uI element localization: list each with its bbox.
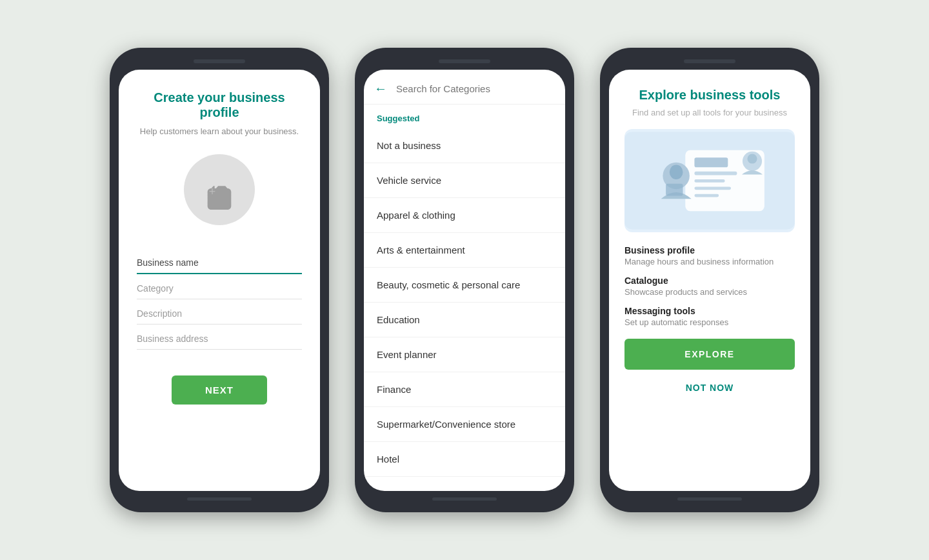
phone1-content: Create your business profile Help custom… [119,70,320,420]
svg-rect-11 [666,184,683,196]
tool-1-desc: Showcase products and services [624,287,795,297]
category-item-6[interactable]: Event planner [364,337,565,372]
tool-item-0: Business profile Manage hours and busine… [624,245,795,266]
category-item-8[interactable]: Supermarket/Convenience store [364,407,565,442]
tool-2-desc: Set up automatic responses [624,317,795,327]
tool-0-title: Business profile [624,245,795,255]
not-now-button[interactable]: NOT NOW [624,377,795,398]
tool-2-title: Messaging tools [624,306,795,316]
address-field[interactable]: Business address [137,325,302,350]
tool-item-2: Messaging tools Set up automatic respons… [624,306,795,327]
svg-point-8 [670,165,683,179]
search-input[interactable] [396,83,555,94]
description-field[interactable]: Description [137,299,302,325]
phone1-subtitle: Help customers learn about your business… [140,126,299,136]
explore-button[interactable]: EXPLORE [624,339,795,370]
svg-rect-3 [694,179,724,183]
next-button[interactable]: NEXT [172,375,267,405]
svg-rect-4 [694,186,731,190]
category-item-9[interactable]: Hotel [364,442,565,477]
phone3-screen: Explore business tools Find and set up a… [609,70,810,491]
camera-icon: + [205,181,234,199]
category-item-2[interactable]: Apparel & clothing [364,198,565,233]
phone3-content: Explore business tools Find and set up a… [609,70,810,411]
description-label: Description [137,308,302,319]
form-fields: Business name Category Description Busin… [137,248,302,350]
phone1-screen: Create your business profile Help custom… [119,70,320,491]
explore-title: Explore business tools [624,88,795,103]
svg-rect-2 [694,172,737,175]
phone2-content: ← Suggested Not a business Vehicle servi… [364,70,565,477]
tool-item-1: Catalogue Showcase products and services [624,275,795,297]
avatar-upload[interactable]: + [184,154,255,225]
tool-1-title: Catalogue [624,275,795,286]
search-header: ← [364,70,565,105]
svg-point-10 [747,154,757,164]
tool-0-desc: Manage hours and business information [624,257,795,266]
back-arrow-icon[interactable]: ← [374,81,387,96]
category-list: Not a business Vehicle service Apparel &… [364,128,565,477]
category-item-1[interactable]: Vehicle service [364,163,565,198]
phone2-screen: ← Suggested Not a business Vehicle servi… [364,70,565,491]
business-illustration [624,129,795,232]
category-item-7[interactable]: Finance [364,372,565,407]
phone-explore: Explore business tools Find and set up a… [600,48,819,512]
phone-create-profile: Create your business profile Help custom… [110,48,329,512]
category-item-4[interactable]: Beauty, cosmetic & personal care [364,268,565,303]
illustration-svg [624,129,795,232]
tools-list: Business profile Manage hours and busine… [624,245,795,327]
phone1-title: Create your business profile [137,90,302,120]
address-label: Business address [137,334,302,344]
svg-rect-6 [694,157,728,167]
app-container: Create your business profile Help custom… [71,22,858,538]
phone-categories: ← Suggested Not a business Vehicle servi… [355,48,574,512]
business-name-field[interactable]: Business name [137,248,302,274]
category-item-5[interactable]: Education [364,303,565,337]
explore-subtitle: Find and set up all tools for your busin… [624,108,795,117]
svg-rect-5 [694,194,719,197]
category-label: Category [137,283,302,294]
category-field[interactable]: Category [137,274,302,299]
category-item-3[interactable]: Arts & entertainment [364,233,565,268]
business-name-label: Business name [137,257,302,268]
category-item-0[interactable]: Not a business [364,128,565,163]
suggested-label: Suggested [364,105,565,128]
